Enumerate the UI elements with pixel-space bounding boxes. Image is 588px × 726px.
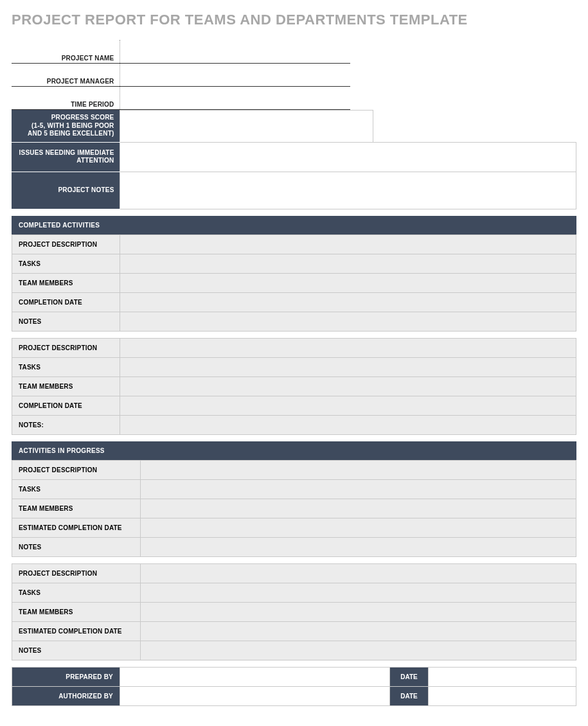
completed-activity-2: PROJECT DESCRIPTION TASKS TEAM MEMBERS C… xyxy=(12,338,576,435)
in-progress-activity-2: PROJECT DESCRIPTION TASKS TEAM MEMBERS E… xyxy=(12,563,576,660)
row-project-manager: PROJECT MANAGER xyxy=(12,63,350,86)
label-team-members: TEAM MEMBERS xyxy=(12,273,120,292)
value-project-description[interactable] xyxy=(141,460,576,479)
label-project-description: PROJECT DESCRIPTION xyxy=(12,338,120,357)
value-team-members[interactable] xyxy=(120,273,576,292)
signoff-table: PREPARED BY DATE AUTHORIZED BY DATE xyxy=(12,667,576,706)
value-time-period[interactable] xyxy=(120,86,350,109)
label-project-notes: PROJECT NOTES xyxy=(12,172,120,209)
label-tasks: TASKS xyxy=(12,479,141,499)
row-project-notes: PROJECT NOTES xyxy=(12,172,576,209)
label-est-completion-date: ESTIMATED COMPLETION DATE xyxy=(12,518,141,537)
label-team-members: TEAM MEMBERS xyxy=(12,499,141,518)
value-issues[interactable] xyxy=(120,142,576,172)
value-notes[interactable] xyxy=(120,312,576,331)
value-prepared-date[interactable] xyxy=(429,667,576,686)
value-tasks[interactable] xyxy=(141,479,576,499)
page-title: PROJECT REPORT FOR TEAMS AND DEPARTMENTS… xyxy=(12,12,576,28)
value-team-members[interactable] xyxy=(141,602,576,621)
value-authorized-date[interactable] xyxy=(429,686,576,705)
value-prepared-by[interactable] xyxy=(120,667,390,686)
label-tasks: TASKS xyxy=(12,254,120,273)
in-progress-activity-1: PROJECT DESCRIPTION TASKS TEAM MEMBERS E… xyxy=(12,460,576,557)
value-project-description[interactable] xyxy=(120,338,576,357)
label-project-description: PROJECT DESCRIPTION xyxy=(12,235,120,254)
label-issues: ISSUES NEEDING IMMEDIATE ATTENTION xyxy=(12,142,120,172)
value-team-members[interactable] xyxy=(120,376,576,396)
label-time-period: TIME PERIOD xyxy=(12,86,120,109)
value-notes[interactable] xyxy=(141,537,576,556)
value-tasks[interactable] xyxy=(120,357,576,376)
row-prepared-by: PREPARED BY DATE xyxy=(12,667,576,686)
label-tasks: TASKS xyxy=(12,583,141,602)
label-notes: NOTES xyxy=(12,641,141,660)
section-header-completed: COMPLETED ACTIVITIES xyxy=(12,216,576,235)
value-tasks[interactable] xyxy=(120,254,576,273)
section-header-in-progress: ACTIVITIES IN PROGRESS xyxy=(12,441,576,460)
completed-activity-1: PROJECT DESCRIPTION TASKS TEAM MEMBERS C… xyxy=(12,235,576,332)
label-tasks: TASKS xyxy=(12,357,120,376)
label-notes: NOTES: xyxy=(12,415,120,434)
value-completion-date[interactable] xyxy=(120,292,576,312)
value-notes[interactable] xyxy=(120,415,576,434)
label-prepared-date: DATE xyxy=(390,667,429,686)
value-notes[interactable] xyxy=(141,641,576,660)
value-project-name[interactable] xyxy=(120,40,350,63)
label-progress-score: PROGRESS SCORE (1-5, WITH 1 BEING POOR A… xyxy=(12,110,120,142)
value-project-notes[interactable] xyxy=(120,172,576,209)
value-tasks[interactable] xyxy=(141,583,576,602)
label-project-description: PROJECT DESCRIPTION xyxy=(12,563,141,583)
label-project-manager: PROJECT MANAGER xyxy=(12,63,120,86)
label-team-members: TEAM MEMBERS xyxy=(12,602,141,621)
label-team-members: TEAM MEMBERS xyxy=(12,376,120,396)
value-est-completion-date[interactable] xyxy=(141,621,576,641)
value-est-completion-date[interactable] xyxy=(141,518,576,537)
row-time-period: TIME PERIOD xyxy=(12,86,350,109)
label-est-completion-date: ESTIMATED COMPLETION DATE xyxy=(12,621,141,641)
label-project-name: PROJECT NAME xyxy=(12,40,120,63)
label-prepared-by: PREPARED BY xyxy=(12,667,120,686)
label-notes: NOTES xyxy=(12,312,120,331)
label-authorized-date: DATE xyxy=(390,686,429,705)
row-progress-score: PROGRESS SCORE (1-5, WITH 1 BEING POOR A… xyxy=(12,110,576,142)
row-issues: ISSUES NEEDING IMMEDIATE ATTENTION xyxy=(12,142,576,172)
value-project-manager[interactable] xyxy=(120,63,350,86)
label-project-description: PROJECT DESCRIPTION xyxy=(12,460,141,479)
label-completion-date: COMPLETION DATE xyxy=(12,292,120,312)
stack-table: PROGRESS SCORE (1-5, WITH 1 BEING POOR A… xyxy=(12,110,576,209)
label-authorized-by: AUTHORIZED BY xyxy=(12,686,120,705)
value-project-description[interactable] xyxy=(120,235,576,254)
info-table: PROJECT NAME PROJECT MANAGER TIME PERIOD xyxy=(12,40,350,110)
row-project-name: PROJECT NAME xyxy=(12,40,350,63)
value-project-description[interactable] xyxy=(141,563,576,583)
label-notes: NOTES xyxy=(12,537,141,556)
value-completion-date[interactable] xyxy=(120,396,576,415)
label-completion-date: COMPLETION DATE xyxy=(12,396,120,415)
value-progress-score[interactable] xyxy=(120,110,373,142)
value-team-members[interactable] xyxy=(141,499,576,518)
row-authorized-by: AUTHORIZED BY DATE xyxy=(12,686,576,705)
value-authorized-by[interactable] xyxy=(120,686,390,705)
